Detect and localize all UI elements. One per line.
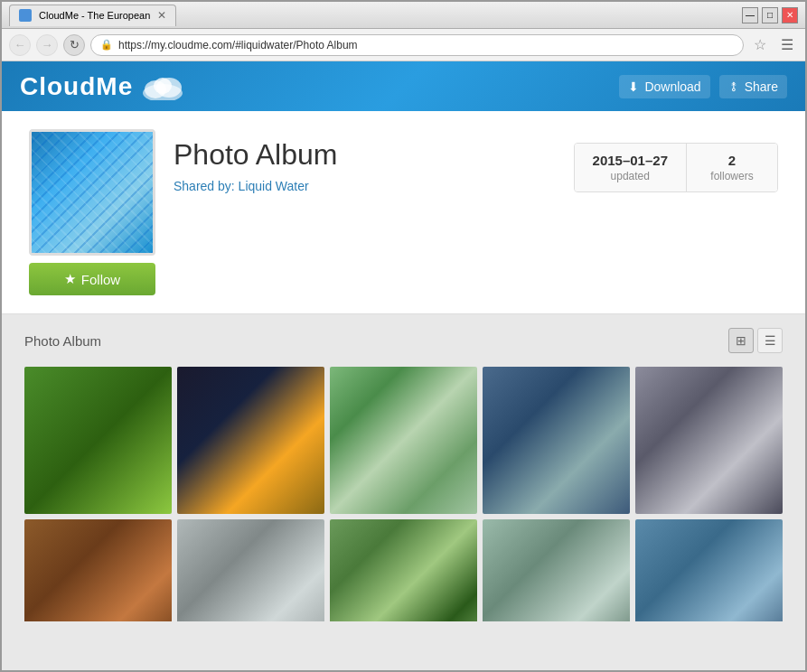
- photo-item-5[interactable]: [635, 367, 783, 514]
- shared-by-label: Shared by:: [174, 179, 235, 193]
- url-text: https://my.cloudme.com/#liquidwater/Phot…: [118, 39, 358, 51]
- shared-by-name[interactable]: Liquid Water: [239, 179, 309, 193]
- cloudme-header: CloudMe ⬇ Download ⥉ Share: [2, 61, 805, 111]
- photo-item-7[interactable]: [177, 519, 324, 621]
- grid-view-button[interactable]: ⊞: [728, 328, 754, 353]
- forward-button[interactable]: →: [36, 34, 58, 56]
- window-controls: — □ ✕: [742, 7, 798, 23]
- list-icon: ☰: [765, 333, 776, 348]
- cloud-icon: [140, 73, 185, 100]
- gallery-header: Photo Album ⊞ ☰: [24, 328, 783, 353]
- stat-date-box: 2015–01–27 updated: [575, 144, 687, 191]
- list-view-button[interactable]: ☰: [757, 328, 783, 353]
- download-label: Download: [644, 79, 700, 94]
- profile-photo: [29, 129, 155, 256]
- grid-icon: ⊞: [736, 333, 746, 348]
- follow-label: Follow: [81, 272, 120, 287]
- close-tab-button[interactable]: ✕: [157, 9, 166, 22]
- photo-item-4[interactable]: [483, 367, 630, 514]
- close-button[interactable]: ✕: [782, 7, 798, 23]
- lock-icon: 🔒: [100, 39, 113, 51]
- stat-followers-box: 2 followers: [687, 144, 777, 191]
- tab-title: CloudMe - The European: [39, 10, 150, 21]
- shared-by: Shared by: Liquid Water: [174, 179, 556, 193]
- view-toggle: ⊞ ☰: [728, 328, 783, 353]
- share-icon: ⥉: [728, 79, 739, 94]
- stat-date-value: 2015–01–27: [593, 153, 668, 168]
- reload-button[interactable]: ↻: [63, 34, 85, 56]
- stat-date-label: updated: [593, 170, 668, 182]
- photo-item-2[interactable]: [177, 367, 324, 514]
- download-button[interactable]: ⬇ Download: [619, 75, 709, 98]
- photo-grid: [24, 367, 783, 621]
- star-icon: ★: [64, 271, 76, 287]
- stat-followers-value: 2: [705, 153, 759, 168]
- cloudme-logo: CloudMe: [20, 72, 185, 101]
- gallery-area: Photo Album ⊞ ☰: [2, 314, 805, 621]
- photo-item-6[interactable]: [24, 519, 172, 621]
- photo-item-8[interactable]: [330, 519, 477, 621]
- photo-item-1[interactable]: [24, 367, 172, 514]
- profile-stats: 2015–01–27 updated 2 followers: [574, 143, 778, 192]
- maximize-button[interactable]: □: [762, 7, 778, 23]
- title-bar: CloudMe - The European ✕ — □ ✕: [2, 2, 805, 29]
- share-label: Share: [745, 79, 778, 94]
- profile-info: Photo Album Shared by: Liquid Water: [174, 129, 556, 193]
- nav-bar: ← → ↻ 🔒 https://my.cloudme.com/#liquidwa…: [2, 29, 805, 61]
- back-button[interactable]: ←: [9, 34, 31, 56]
- favicon: [19, 9, 32, 22]
- minimize-button[interactable]: —: [742, 7, 758, 23]
- profile-area: ★ Follow Photo Album Shared by: Liquid W…: [2, 111, 805, 314]
- album-title: Photo Album: [174, 138, 556, 172]
- browser-tab[interactable]: CloudMe - The European ✕: [9, 5, 176, 26]
- address-bar[interactable]: 🔒 https://my.cloudme.com/#liquidwater/Ph…: [90, 34, 744, 56]
- gallery-title: Photo Album: [24, 333, 101, 349]
- menu-button[interactable]: ☰: [776, 34, 798, 56]
- photo-item-9[interactable]: [483, 519, 630, 621]
- stat-followers-label: followers: [705, 170, 759, 182]
- page-content: CloudMe ⬇ Download ⥉ Share: [2, 61, 805, 621]
- header-actions: ⬇ Download ⥉ Share: [619, 75, 787, 98]
- download-icon: ⬇: [628, 79, 639, 94]
- svg-point-3: [154, 78, 172, 94]
- photo-item-3[interactable]: [330, 367, 477, 514]
- follow-button[interactable]: ★ Follow: [29, 263, 155, 295]
- bookmark-button[interactable]: ☆: [749, 34, 771, 56]
- photo-item-10[interactable]: [635, 519, 783, 621]
- logo-text: CloudMe: [20, 72, 133, 101]
- browser-window: CloudMe - The European ✕ — □ ✕ ← → ↻ 🔒 h…: [0, 0, 807, 672]
- share-button[interactable]: ⥉ Share: [719, 75, 787, 98]
